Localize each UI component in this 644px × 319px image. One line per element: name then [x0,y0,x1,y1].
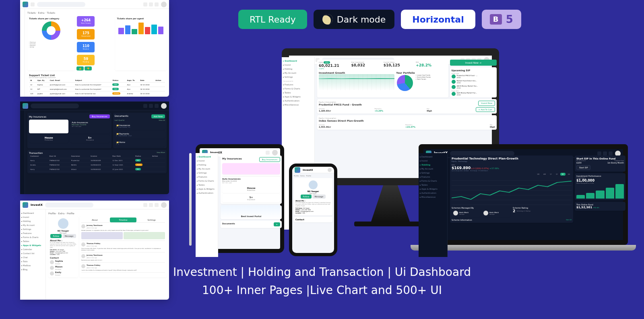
sidebar-item[interactable]: ▸ Calendar [21,247,44,251]
sidebar-item[interactable]: ▸ Settings [283,75,313,79]
range-tab[interactable]: 1Y [548,173,553,176]
sidebar-item[interactable]: ▸ Tables [420,183,446,187]
buy-button[interactable]: Buy Insurances [89,114,109,118]
sip-item[interactable]: ABCD Money Market Fun...$500 [452,85,495,89]
fullscreen-icon[interactable] [149,203,153,207]
sip-item[interactable]: 01 Jan 2022A&D Money Market Fun...$500 [452,90,495,96]
sidebar-item[interactable]: ▸ My Account [21,223,44,227]
sidebar-item[interactable]: ▸ Miscellaneous [283,103,313,107]
sidebar-item[interactable]: ▸ Forms & Charts [21,235,44,239]
sidebar-item[interactable]: ▸ Holding [21,219,44,223]
sidebar-item[interactable]: ▸ Apps & Widgets [420,187,446,191]
sidebar-item[interactable]: ▸ Holding [283,67,313,71]
sidebar-item[interactable]: ▸ Authentication [283,99,313,103]
contact-item[interactable]: SophiaDesigner [50,260,76,265]
sidebar-item[interactable]: ▸ Dashboard [21,211,44,215]
sidebar-item[interactable]: ▸ My Account [197,167,217,171]
search-input[interactable] [37,2,85,7]
avatar[interactable] [161,2,167,7]
sidebar-item[interactable]: ▸ My Account [420,167,446,171]
bell-icon[interactable] [155,104,159,108]
flag-icon[interactable] [143,2,147,6]
sidebar-item[interactable]: ▸ Holding [197,163,217,167]
message-button[interactable]: Message [62,234,76,238]
sidebar-item[interactable]: ▸ Forms & Charts [283,87,313,91]
bell-icon[interactable] [155,2,159,6]
sidebar-item[interactable]: ▸ Tables [197,183,217,187]
invest-button[interactable]: Invest Now [478,101,495,106]
document-item[interactable]: 📁 Insurances4 · 2 last modified · 7hr [115,122,165,130]
sidebar-item[interactable]: ▸ My Account [283,71,313,75]
horizontal-pill[interactable]: Horizontal [401,10,475,29]
avatar[interactable] [161,202,167,208]
search-input[interactable] [31,104,79,108]
sip-item[interactable]: 25 Dec 2021Prudential FMCG Fund - ...$50… [452,73,495,79]
sidebar-item[interactable]: ▸ Apps & Widgets [197,187,217,191]
range-tab[interactable]: 3Y [554,173,559,176]
sidebar-item[interactable]: ▸ Blog [21,267,44,271]
sidebar-item[interactable]: ▸ Settings [21,227,44,231]
sidebar-item[interactable]: ▸ Invest [420,159,446,163]
document-item[interactable]: 📁 Home7 · 4 [115,139,165,147]
fullscreen-icon[interactable] [149,104,153,108]
menu-icon[interactable] [31,2,35,6]
table-row[interactable]: 12Sophiapsmith@gmail.comHow to customize… [29,83,165,87]
invest-now-button[interactable]: Invest Now → [450,60,497,66]
add-button[interactable]: + [274,222,280,226]
sidebar-item[interactable]: ▸ Miscellaneous [420,195,446,199]
sidebar-item[interactable]: ▸ Tables [283,91,313,95]
sidebar-item[interactable]: ▸ Todo [21,259,44,263]
view-all-link[interactable]: View All [159,119,165,121]
range-tab[interactable]: 6M [542,173,547,176]
rtl-ready-pill[interactable]: RTL Ready [238,10,307,29]
start-sip-button[interactable]: Start SIP [576,165,590,170]
thumbs-down-button[interactable]: 👎 [85,66,92,70]
insurance-tile[interactable]: HouseProtection [29,135,68,143]
sidebar-item[interactable]: ▸ Features [197,175,217,179]
table-row[interactable]: Amelia7985632152Metlife163500001512 Sept… [29,163,165,167]
message-button[interactable]: Message [312,195,326,199]
bootstrap-pill[interactable]: 5 [482,10,521,29]
table-row[interactable]: Harry7985632152Prudential163500000512 De… [29,158,165,163]
flag-icon[interactable] [143,104,147,108]
thumbs-up-button[interactable]: 👍 [76,66,84,70]
manager-card[interactable]: Kevin BlackManager [452,209,480,217]
add-new-button[interactable]: Add New [151,114,165,118]
sidebar-item[interactable]: ▸ Features [420,175,446,179]
fullscreen-icon[interactable] [149,2,153,6]
sidebar-item[interactable]: ▸ Mailbox [21,263,44,267]
sidebar-item[interactable]: ▸ Dashboard [283,59,313,63]
sidebar-item[interactable]: ▸ Invest [197,159,217,163]
see-all-link[interactable]: See All [566,219,572,221]
buy-button[interactable]: Buy Insurances [259,157,280,162]
table-row[interactable]: 124Jaydenjayden@gmail.comHow to set hori… [29,91,165,96]
sidebar-item[interactable]: ▸ Settings [197,171,217,175]
sidebar-item[interactable]: ▸ Invest [283,63,313,67]
bell-icon[interactable] [155,203,159,207]
auto-insurance-item[interactable]: Auto Insurances Mercedes GLA200 48.7 / k… [70,120,109,133]
sidebar-item[interactable]: ▸ Dashboard [420,155,446,159]
tab[interactable]: Timeline [110,218,137,222]
add-cart-button[interactable]: + Add To Cart [476,107,495,112]
search-input[interactable] [45,203,93,207]
dark-mode-pill[interactable]: Dark mode [314,10,395,29]
tab[interactable]: About [81,218,108,222]
sidebar-item[interactable]: ▸ Features [21,231,44,235]
sidebar-item[interactable]: ▸ Dashboard [197,155,217,159]
table-row[interactable]: Harry7985632152Allianz163500002222 June … [29,167,165,172]
filter-select[interactable]: Last Quarter [115,119,125,121]
contact-item[interactable]: EmilyDesigner [50,271,76,276]
sidebar-item[interactable]: ▸ Features [283,83,313,87]
sidebar-item[interactable]: ▸ Forms & Charts [420,179,446,183]
table-row[interactable]: 124Williamwilliam@email.comHow to change… [29,96,165,97]
table-row[interactable]: 14NITexample@email.comHow to customize t… [29,87,165,91]
sidebar-item[interactable]: ▸ Tables [21,239,44,243]
sip-item[interactable]: Market Fund Direct-Gro...$500 [452,80,495,84]
sidebar-item[interactable]: ▸ Authentication [420,191,446,195]
sidebar[interactable] [20,9,25,97]
sidebar[interactable] [20,110,25,194]
follow-button[interactable]: Follow [301,195,312,199]
document-item[interactable]: 📁 Payments4 · 7 last modified · 14 jul [115,131,165,138]
insurance-tile[interactable]: 5+Insurance [70,135,109,143]
range-tab[interactable]: 5Y [560,173,566,176]
